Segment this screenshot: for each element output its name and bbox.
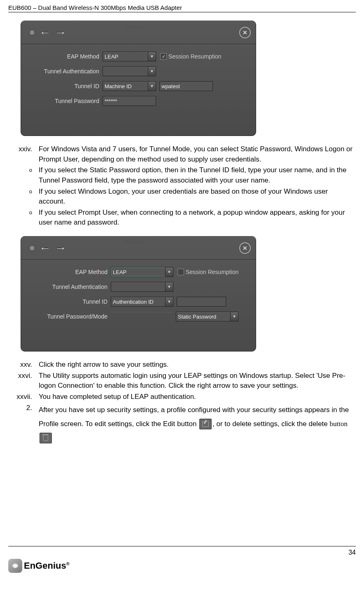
dropdown-arrow-icon[interactable]: ▼: [148, 52, 156, 61]
logo-mark-icon: [8, 559, 22, 573]
logo-text: EnGenius®: [24, 560, 70, 571]
list-text: If you select the Static Password option…: [39, 165, 356, 185]
list-text: You have completed setup of LEAP authent…: [39, 392, 356, 402]
tunnel-id-text-field[interactable]: [177, 297, 226, 307]
eap-method-label: EAP Method: [29, 53, 103, 60]
dialog-tab-label: Profile: [124, 239, 143, 245]
brand-logo: EnGenius®: [8, 559, 356, 573]
list-text: After you have set up security settings,…: [39, 403, 356, 445]
list-item: xxiv. For Windows Vista and 7 users, for…: [8, 144, 356, 164]
list-marker: xxvii.: [8, 392, 39, 402]
forward-arrow-icon[interactable]: →: [55, 241, 66, 255]
tunnel-auth-dropdown[interactable]: ▼: [103, 66, 156, 76]
list-marker: xxiv.: [8, 144, 39, 164]
back-arrow-icon[interactable]: ←: [39, 26, 51, 39]
session-resumption-checkbox[interactable]: [160, 53, 167, 60]
tunnel-password-field[interactable]: ******: [103, 96, 156, 106]
list-text: Click the right arrow to save your setti…: [39, 360, 356, 370]
eap-method-value: LEAP: [113, 269, 126, 275]
page-number: 34: [8, 549, 356, 556]
svg-point-0: [14, 565, 16, 567]
close-icon[interactable]: ✕: [239, 242, 251, 254]
tunnel-id-dropdown[interactable]: Machine ID ▼: [103, 81, 156, 91]
close-icon[interactable]: ✕: [239, 27, 251, 38]
session-resumption-label: Session Resumption: [168, 53, 221, 60]
profile-dialog-2: ← → Profile ✕ EAP Method LEAP ▼ Session …: [21, 236, 256, 352]
dropdown-arrow-icon[interactable]: ▼: [148, 67, 156, 76]
page-footer: 34 EnGenius®: [8, 546, 356, 573]
list-item: o If you select Windows Logon, your user…: [8, 187, 356, 207]
list-marker: o: [8, 165, 39, 185]
tunnel-password-mode-dropdown[interactable]: Static Password ▼: [176, 312, 238, 321]
tunnel-auth-dropdown[interactable]: ▼: [111, 282, 173, 292]
list-item: 2. After you have set up security settin…: [8, 403, 356, 445]
tunnel-password-spacer: [111, 312, 173, 321]
text-segment: , or to delete settings, click the delet…: [212, 420, 329, 428]
list-item: xxv. Click the right arrow to save your …: [8, 360, 356, 370]
status-dot-icon: [29, 30, 35, 35]
dropdown-arrow-icon[interactable]: ▼: [165, 297, 173, 306]
list-item: xxvi. The Utility supports automatic log…: [8, 371, 356, 391]
tunnel-password-mode-label: Tunnel Password/Mode: [29, 313, 111, 320]
edit-button-icon[interactable]: [199, 419, 212, 429]
list-item: o If you select Prompt User, when connec…: [8, 208, 356, 228]
tunnel-id-value: Machine ID: [105, 83, 132, 89]
profile-dialog-1: ← → Profile ✕ EAP Method LEAP ▼ Session …: [21, 21, 256, 136]
tunnel-auth-label: Tunnel Authentication: [29, 284, 111, 290]
eap-method-dropdown[interactable]: LEAP ▼: [111, 267, 173, 277]
tunnel-id-dropdown[interactable]: Authentication ID ▼: [111, 297, 173, 307]
eap-method-label: EAP Method: [29, 269, 111, 275]
back-arrow-icon[interactable]: ←: [39, 241, 51, 255]
eap-method-value: LEAP: [105, 54, 118, 60]
list-marker: 2.: [8, 403, 39, 445]
list-marker: xxv.: [8, 360, 39, 370]
eap-method-dropdown[interactable]: LEAP ▼: [103, 52, 156, 61]
text-segment: button: [330, 420, 348, 428]
tunnel-password-value: ******: [105, 98, 117, 104]
tunnel-password-mode-value: Static Password: [178, 314, 216, 320]
dropdown-arrow-icon[interactable]: ▼: [165, 267, 173, 277]
tunnel-id-text-field[interactable]: wpatest: [159, 81, 213, 91]
session-resumption-label: Session Resumption: [186, 269, 238, 275]
tunnel-id-label: Tunnel ID: [29, 298, 111, 305]
logo-name: EnGenius: [24, 560, 66, 571]
tunnel-password-label: Tunnel Password: [29, 98, 103, 104]
list-marker: o: [8, 187, 39, 207]
list-marker: o: [8, 208, 39, 228]
session-resumption-checkbox[interactable]: [177, 269, 184, 275]
tunnel-id-label: Tunnel ID: [29, 83, 103, 89]
dialog-tab-label: Profile: [124, 23, 143, 30]
tunnel-id-value: Authentication ID: [113, 299, 154, 305]
list-item: xxvii. You have completed setup of LEAP …: [8, 392, 356, 402]
delete-button-icon[interactable]: [40, 433, 52, 443]
dropdown-arrow-icon[interactable]: ▼: [165, 282, 173, 291]
list-text: The Utility supports automatic login usi…: [39, 371, 356, 391]
tunnel-auth-label: Tunnel Authentication: [29, 68, 103, 75]
list-item: o If you select the Static Password opti…: [8, 165, 356, 185]
dropdown-arrow-icon[interactable]: ▼: [148, 82, 156, 91]
list-text: If you select Prompt User, when connecti…: [39, 208, 356, 228]
list-marker: xxvi.: [8, 371, 39, 391]
document-header: EUB600 – Dual Band Wireless-N 300Mbps Me…: [8, 4, 356, 12]
forward-arrow-icon[interactable]: →: [55, 26, 66, 39]
dropdown-arrow-icon[interactable]: ▼: [230, 312, 238, 321]
status-dot-icon: [29, 245, 35, 251]
logo-registered: ®: [66, 561, 70, 566]
list-text: If you select Windows Logon, your user c…: [39, 187, 356, 207]
list-text: For Windows Vista and 7 users, for Tunne…: [39, 144, 356, 164]
